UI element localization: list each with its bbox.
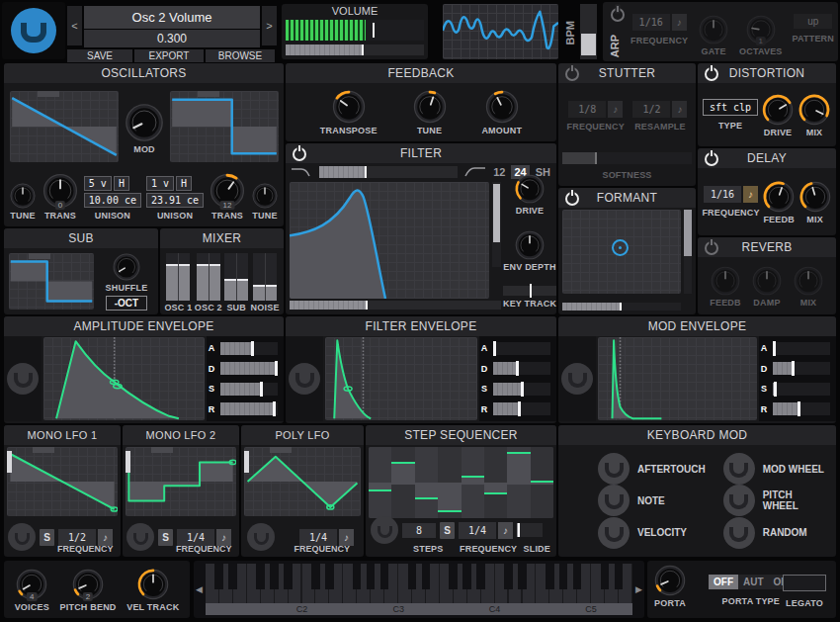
env-d-slider[interactable] <box>220 362 278 375</box>
keyboard[interactable]: C2C3C4C5 <box>206 564 632 615</box>
black-key[interactable] <box>214 564 223 589</box>
mono-lfo2-display[interactable] <box>126 447 236 516</box>
browse-button[interactable]: BROWSE <box>206 49 275 62</box>
patch-prev-button[interactable]: < <box>67 6 82 45</box>
legato-toggle[interactable] <box>783 575 826 591</box>
stutter-resample-selector[interactable]: 1/2 ♪ <box>632 101 687 118</box>
mod-env-mod-source[interactable] <box>558 336 596 421</box>
mono-lfo1-display[interactable] <box>7 447 118 516</box>
note-icon[interactable]: ♪ <box>498 522 513 539</box>
formant-position-dot[interactable] <box>612 239 629 256</box>
env-a-slider[interactable] <box>220 342 278 355</box>
feedback-transpose-knob[interactable]: TRANSPOSE <box>320 89 378 135</box>
env-s-slider[interactable] <box>773 383 830 396</box>
env-a-slider[interactable] <box>493 342 550 355</box>
filter-power-icon[interactable] <box>293 147 306 161</box>
seq-step[interactable] <box>462 447 484 518</box>
black-key[interactable] <box>615 564 624 589</box>
black-key[interactable] <box>504 564 513 589</box>
delay-power-icon[interactable] <box>705 152 718 166</box>
env-r-slider[interactable] <box>493 402 550 415</box>
seq-step[interactable] <box>415 447 438 518</box>
filter-key-track-slider[interactable] <box>503 286 556 296</box>
env-s-slider[interactable] <box>220 383 278 396</box>
mod-source-pitch-wheel[interactable]: PITCH WHEEL <box>723 485 826 516</box>
mixer-slider-sub[interactable] <box>224 253 248 301</box>
env-d-slider[interactable] <box>493 362 550 375</box>
osc2-transpose-knob[interactable]: 12TRANS <box>209 172 246 221</box>
osc1-transpose-knob[interactable]: 0TRANS <box>42 172 79 221</box>
mixer-slider-osc2[interactable] <box>197 253 220 301</box>
black-key[interactable] <box>311 564 320 589</box>
filter-drive-knob[interactable]: DRIVE <box>514 173 546 216</box>
mod-wheel-icon[interactable] <box>723 517 755 549</box>
arp-gate-knob[interactable]: GATE <box>698 14 729 56</box>
lfo1-amount-handle[interactable] <box>7 451 12 473</box>
black-key[interactable] <box>367 564 376 589</box>
env-s-slider[interactable] <box>493 383 550 396</box>
step-seq-steps-selector[interactable]: 8 <box>402 523 436 538</box>
osc2-tune-knob[interactable]: TUNE <box>251 182 279 221</box>
seq-step[interactable] <box>484 447 507 518</box>
seq-step[interactable] <box>438 447 461 518</box>
step-seq-frequency-selector[interactable]: 1/4 ♪ <box>459 522 513 539</box>
mod-env-display[interactable] <box>598 337 757 420</box>
step-sequencer-display[interactable] <box>369 447 553 518</box>
patch-value[interactable]: 0.300 <box>84 30 260 47</box>
osc1-wave-display[interactable] <box>10 91 119 162</box>
patch-next-button[interactable]: > <box>262 6 277 45</box>
export-button[interactable]: EXPORT <box>134 49 204 62</box>
lfo2-wave-selector-tab[interactable] <box>151 447 173 453</box>
black-key[interactable] <box>449 564 458 589</box>
distortion-drive-knob[interactable]: DRIVE <box>761 93 795 137</box>
feedback-amount-knob[interactable]: AMOUNT <box>481 89 522 135</box>
mixer-slider-noise[interactable] <box>253 253 277 301</box>
black-key[interactable] <box>380 564 389 589</box>
black-key[interactable] <box>559 564 568 589</box>
delay-mix-knob[interactable]: MIX <box>798 180 832 224</box>
lfo1-mod-source[interactable] <box>8 523 36 551</box>
porta-type-option-aut[interactable]: AUT <box>738 575 769 589</box>
note-icon[interactable]: ♪ <box>672 14 687 31</box>
filter-env-depth-knob[interactable]: ENV DEPTH <box>503 229 555 272</box>
filter-response-display[interactable] <box>290 182 489 299</box>
note-icon[interactable]: ♪ <box>743 186 758 203</box>
osc1-tune-knob[interactable]: TUNE <box>9 182 37 221</box>
mod-wheel-icon[interactable] <box>723 485 755 516</box>
step-seq-mod-source[interactable] <box>371 516 398 544</box>
mod-source-aftertouch[interactable]: AFTERTOUCH <box>598 453 706 485</box>
mod-source-velocity[interactable]: VELOCITY <box>598 517 706 549</box>
mod-source-random[interactable]: RANDOM <box>723 517 826 549</box>
amp-env-mod-source[interactable] <box>4 336 42 421</box>
stutter-softness-slider[interactable] <box>562 152 692 164</box>
porta-knob[interactable]: PORTA <box>653 564 687 608</box>
black-key[interactable] <box>476 564 485 589</box>
pitch-bend-knob[interactable]: 2PITCH BEND <box>60 568 117 612</box>
bpm-slider[interactable] <box>580 4 597 59</box>
keyboard-scroll-left-icon[interactable]: ◀ <box>196 584 203 594</box>
distortion-mix-knob[interactable]: MIX <box>798 93 831 137</box>
keyboard-scroll-right-icon[interactable]: ▶ <box>635 584 642 594</box>
filter-cutoff-slider[interactable] <box>319 166 458 178</box>
filter-resonance-slider[interactable] <box>492 182 501 267</box>
filter-env-mod-source[interactable] <box>286 336 323 421</box>
black-key[interactable] <box>228 564 237 589</box>
seq-step[interactable] <box>369 447 391 518</box>
black-key[interactable] <box>601 564 610 589</box>
amp-env-display[interactable] <box>43 337 205 420</box>
lfo1-sync-button[interactable]: S <box>40 529 54 546</box>
mod-wheel-icon[interactable] <box>598 453 630 485</box>
poly-lfo-wave-selector-tab[interactable] <box>270 447 292 453</box>
poly-lfo-mod-source[interactable] <box>247 523 275 551</box>
lfo1-frequency-selector[interactable]: 1/2 ♪ <box>58 529 113 546</box>
lfo1-wave-selector-tab[interactable] <box>33 447 54 453</box>
step-seq-sync-button[interactable]: S <box>440 522 455 539</box>
sub-wave-selector-tab[interactable] <box>29 253 50 259</box>
black-key[interactable] <box>573 564 582 589</box>
porta-type-selector[interactable]: OFFAUTON <box>709 575 794 589</box>
black-key[interactable] <box>284 564 293 589</box>
distortion-power-icon[interactable] <box>705 67 718 81</box>
black-key[interactable] <box>353 564 362 589</box>
mod-source-note[interactable]: NOTE <box>598 485 706 516</box>
reverb-feedback-knob[interactable]: FEEDB <box>710 265 741 308</box>
